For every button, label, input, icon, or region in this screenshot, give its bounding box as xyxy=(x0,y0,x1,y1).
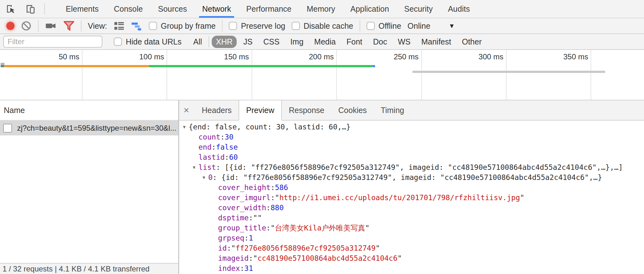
json-tree-line[interactable]: cover_height: 586 xyxy=(183,182,644,193)
tab-security[interactable]: Security xyxy=(397,0,440,18)
expand-arrow-icon[interactable]: ▼ xyxy=(203,172,208,182)
clear-icon[interactable] xyxy=(21,21,32,31)
json-text: : xyxy=(244,233,249,243)
detail-tab-response[interactable]: Response xyxy=(282,100,331,120)
filter-type-font[interactable]: Font xyxy=(342,36,366,48)
json-key: cover_imgurl xyxy=(218,193,270,203)
preserve-log-toggle[interactable]: Preserve log xyxy=(229,21,285,31)
table-row[interactable]: zj?ch=beauty&t1=595&listtype=new&sn=30&l… xyxy=(0,121,178,135)
json-tree-line[interactable]: count: 30 xyxy=(183,132,644,142)
filter-type-ws[interactable]: WS xyxy=(394,36,415,48)
view-label: View: xyxy=(88,21,107,31)
json-tree-line[interactable]: group_title: "台湾美女Kila户外唯美写真" xyxy=(183,223,644,233)
tab-network[interactable]: Network xyxy=(195,0,239,18)
device-toolbar-icon[interactable] xyxy=(25,3,36,15)
json-key: index xyxy=(218,263,240,273)
json-tree-line[interactable]: dsptime: "" xyxy=(183,213,644,223)
timeline-tick-label: 150 ms xyxy=(198,52,249,62)
filter-funnel-icon[interactable] xyxy=(63,21,75,31)
filter-type-css[interactable]: CSS xyxy=(259,36,283,48)
json-tree-line[interactable]: imageid: "cc48190e57100864abc4d55a2c4104… xyxy=(183,253,644,263)
hide-data-urls-checkbox[interactable] xyxy=(114,38,122,46)
record-button[interactable] xyxy=(6,22,15,30)
json-tree-line[interactable]: cover_width: 880 xyxy=(183,203,644,213)
tab-sources[interactable]: Sources xyxy=(150,0,195,18)
request-count-summary: 1 / 32 requests | 4.1 KB / 4.1 KB transf… xyxy=(3,265,149,273)
json-text: " xyxy=(398,253,402,263)
offline-toggle[interactable]: Offline xyxy=(367,21,401,31)
expand-arrow-icon[interactable]: ▼ xyxy=(193,162,198,172)
detail-tab-cookies[interactable]: Cookies xyxy=(331,100,374,120)
list-view-icon[interactable] xyxy=(113,21,125,31)
throttling-value: Online xyxy=(408,21,430,31)
json-tree-line[interactable]: grpseq: 1 xyxy=(183,233,644,243)
json-tree-line[interactable]: cover_imgurl: "http://i1.umei.cc/uploads… xyxy=(183,193,644,203)
json-tree-line[interactable]: end: false xyxy=(183,142,644,152)
group-by-frame-checkbox[interactable] xyxy=(149,22,157,30)
overview-request-bar xyxy=(372,65,375,67)
detail-tab-headers[interactable]: Headers xyxy=(195,100,239,120)
disable-cache-toggle[interactable]: Disable cache xyxy=(292,21,353,31)
throttling-select[interactable]: Online ▼ xyxy=(408,21,455,31)
tab-elements[interactable]: Elements xyxy=(58,0,106,18)
tab-label: Audits xyxy=(448,4,470,14)
screenshot-camera-icon[interactable] xyxy=(45,21,57,31)
timeline-tick-label: 100 ms xyxy=(113,52,164,62)
tab-application[interactable]: Application xyxy=(343,0,397,18)
timeline-gridline xyxy=(252,50,252,100)
timeline-tick-label: 350 ms xyxy=(538,52,588,62)
filter-type-all[interactable]: All xyxy=(189,36,206,48)
expand-arrow-icon[interactable]: ▼ xyxy=(183,122,189,132)
offline-checkbox[interactable] xyxy=(367,22,375,30)
request-name: zj?ch=beauty&t1=595&listtype=new&sn=30&l… xyxy=(17,124,176,133)
timeline-tick-label: 250 ms xyxy=(368,52,419,62)
tab-label: Performance xyxy=(246,4,291,14)
tab-performance[interactable]: Performance xyxy=(239,0,299,18)
filter-type-media[interactable]: Media xyxy=(310,36,340,48)
detail-tab-preview[interactable]: Preview xyxy=(239,100,282,121)
timeline-gridline xyxy=(167,50,167,100)
hide-data-urls-toggle[interactable]: Hide data URLs xyxy=(114,37,181,46)
preserve-log-label: Preserve log xyxy=(241,21,285,31)
filter-type-manifest[interactable]: Manifest xyxy=(417,36,455,48)
json-key: list xyxy=(198,162,216,172)
group-by-frame-toggle[interactable]: Group by frame xyxy=(149,21,216,31)
json-number: false xyxy=(216,142,238,152)
preserve-log-checkbox[interactable] xyxy=(229,22,237,30)
name-column-header[interactable]: Name xyxy=(0,100,178,121)
json-key: count xyxy=(198,132,220,142)
tab-memory[interactable]: Memory xyxy=(299,0,343,18)
filter-type-other[interactable]: Other xyxy=(458,36,486,48)
json-tree-line[interactable]: id: "ff276e8056f58896e7cf92505a312749" xyxy=(183,243,644,253)
network-overview-timeline[interactable]: 50 ms100 ms150 ms200 ms250 ms300 ms350 m… xyxy=(0,50,644,100)
json-number: 31 xyxy=(244,263,253,273)
filter-type-img[interactable]: Img xyxy=(286,36,308,48)
json-key: end xyxy=(198,142,212,152)
json-tree-line[interactable]: lastid: 60 xyxy=(183,152,644,162)
overview-waterfall-icon[interactable] xyxy=(131,21,143,31)
close-icon[interactable]: × xyxy=(179,100,195,120)
chevron-down-icon: ▼ xyxy=(449,22,455,30)
json-string: 台湾美女Kila户外唯美写真 xyxy=(275,223,365,233)
timeline-gridline xyxy=(591,50,591,100)
overview-request-bar xyxy=(149,65,372,67)
tab-label: Console xyxy=(114,4,143,14)
request-row-checkbox[interactable] xyxy=(3,124,12,133)
json-string: cc48190e57100864abc4d55a2c4104c6 xyxy=(258,253,398,263)
filter-type-js[interactable]: JS xyxy=(239,36,257,48)
tab-console[interactable]: Console xyxy=(106,0,150,18)
filter-type-xhr[interactable]: XHR xyxy=(212,36,237,48)
json-tree-line[interactable]: ▼{end: false, count: 30, lastid: 60,…} xyxy=(183,122,644,132)
inspect-element-icon[interactable] xyxy=(5,3,16,15)
detail-tab-timing[interactable]: Timing xyxy=(374,100,411,120)
json-tree-line[interactable]: ▼0: {id: "ff276e8056f58896e7cf92505a3127… xyxy=(183,172,644,182)
toolbar-divider xyxy=(44,3,45,15)
json-tree-line[interactable]: ▼list: [{id: "ff276e8056f58896e7cf92505a… xyxy=(183,162,644,172)
json-tree-line[interactable]: index: 31 xyxy=(183,263,644,273)
filter-type-doc[interactable]: Doc xyxy=(369,36,391,48)
filter-input[interactable] xyxy=(3,36,102,48)
tab-audits[interactable]: Audits xyxy=(440,0,477,18)
timeline-gridline xyxy=(82,50,82,100)
json-text: "" xyxy=(253,213,262,223)
disable-cache-checkbox[interactable] xyxy=(292,22,300,30)
